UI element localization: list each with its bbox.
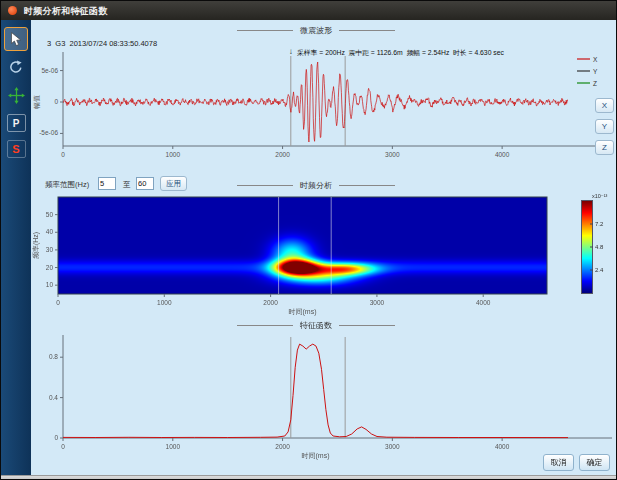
- p-pick-tool-button[interactable]: P: [4, 111, 28, 135]
- channel-x-button[interactable]: X: [595, 98, 614, 113]
- svg-text:20: 20: [46, 264, 54, 271]
- colorbar: [581, 200, 593, 294]
- svg-text:1000: 1000: [166, 443, 181, 450]
- time-frequency-analysis-dialog: 时频分析和特征函数 P S: [0, 0, 617, 480]
- charfunc-panel-header: 特征函数: [31, 320, 601, 331]
- svg-text:50: 50: [46, 211, 54, 218]
- svg-text:-5e-06: -5e-06: [39, 129, 58, 136]
- svg-text:7.2: 7.2: [595, 221, 604, 227]
- p-pick-icon: P: [7, 114, 26, 132]
- rotate-tool-button[interactable]: [4, 55, 28, 79]
- charfunc-panel-title: 特征函数: [300, 320, 332, 331]
- waveform-panel-header: 微震波形: [31, 25, 601, 36]
- svg-text:40: 40: [46, 228, 54, 235]
- svg-text:Z: Z: [593, 80, 597, 87]
- ok-button[interactable]: 确定: [579, 454, 610, 471]
- svg-text:2000: 2000: [275, 443, 290, 450]
- header-line: [339, 325, 395, 326]
- svg-text:频率(Hz): 频率(Hz): [32, 232, 40, 259]
- left-toolbar: P S: [1, 20, 31, 475]
- s-pick-icon: S: [7, 140, 26, 158]
- svg-text:0.4: 0.4: [49, 394, 58, 401]
- waveform-panel-title: 微震波形: [300, 25, 332, 36]
- svg-text:↓: ↓: [289, 47, 293, 56]
- svg-text:时间(ms): 时间(ms): [302, 452, 330, 460]
- svg-text:30: 30: [46, 246, 54, 253]
- svg-text:3000: 3000: [385, 151, 400, 158]
- window-icon: [8, 6, 17, 15]
- svg-text:4.8: 4.8: [595, 244, 604, 250]
- pan-tool-button[interactable]: [4, 83, 28, 107]
- header-line: [339, 30, 395, 31]
- rotate-icon: [8, 59, 24, 75]
- svg-text:2000: 2000: [275, 151, 290, 158]
- spectrogram-heatmap: [58, 197, 547, 294]
- svg-text:4000: 4000: [495, 151, 510, 158]
- svg-text:10: 10: [46, 281, 54, 288]
- titlebar[interactable]: 时频分析和特征函数: [1, 1, 616, 20]
- svg-text:4000: 4000: [495, 443, 510, 450]
- svg-text:2000: 2000: [263, 299, 278, 306]
- s-pick-tool-button[interactable]: S: [4, 137, 28, 161]
- window-resize-edge: [1, 475, 617, 480]
- svg-text:0: 0: [61, 443, 65, 450]
- svg-text:3000: 3000: [385, 443, 400, 450]
- spectrogram-panel-title: 时频分析: [300, 180, 332, 191]
- window-title: 时频分析和特征函数: [24, 5, 108, 18]
- svg-text:3000: 3000: [370, 299, 385, 306]
- svg-text:1000: 1000: [157, 299, 172, 306]
- waveform-plot[interactable]: 5e-060-5e-0601000200030004000幅值↓XYZ: [31, 46, 617, 161]
- header-line: [237, 325, 293, 326]
- svg-text:0: 0: [56, 299, 60, 306]
- header-line: [237, 185, 293, 186]
- svg-text:x10⁻¹³: x10⁻¹³: [592, 193, 608, 199]
- svg-text:4000: 4000: [476, 299, 491, 306]
- svg-text:Y: Y: [593, 68, 598, 75]
- svg-text:时间(ms): 时间(ms): [289, 308, 317, 316]
- spectrogram-panel-header: 时频分析: [31, 180, 601, 191]
- channel-z-button[interactable]: Z: [595, 140, 614, 155]
- svg-text:X: X: [593, 56, 598, 63]
- channel-y-button[interactable]: Y: [595, 119, 614, 134]
- svg-text:幅值: 幅值: [33, 95, 41, 109]
- cancel-button[interactable]: 取消: [543, 454, 574, 471]
- svg-text:0.8: 0.8: [49, 353, 58, 360]
- svg-text:0: 0: [61, 151, 65, 158]
- svg-text:0: 0: [54, 98, 58, 105]
- header-line: [339, 185, 395, 186]
- svg-text:2.4: 2.4: [595, 267, 604, 273]
- header-line: [237, 30, 293, 31]
- cursor-arrow-icon: [10, 32, 22, 47]
- svg-text:0: 0: [54, 434, 58, 441]
- characteristic-function-plot: 00.40.801000200030004000时间(ms): [31, 331, 617, 461]
- svg-text:5e-06: 5e-06: [41, 67, 58, 74]
- select-tool-button[interactable]: [4, 27, 28, 51]
- svg-text:1000: 1000: [166, 151, 181, 158]
- pan-arrows-icon: [8, 87, 25, 104]
